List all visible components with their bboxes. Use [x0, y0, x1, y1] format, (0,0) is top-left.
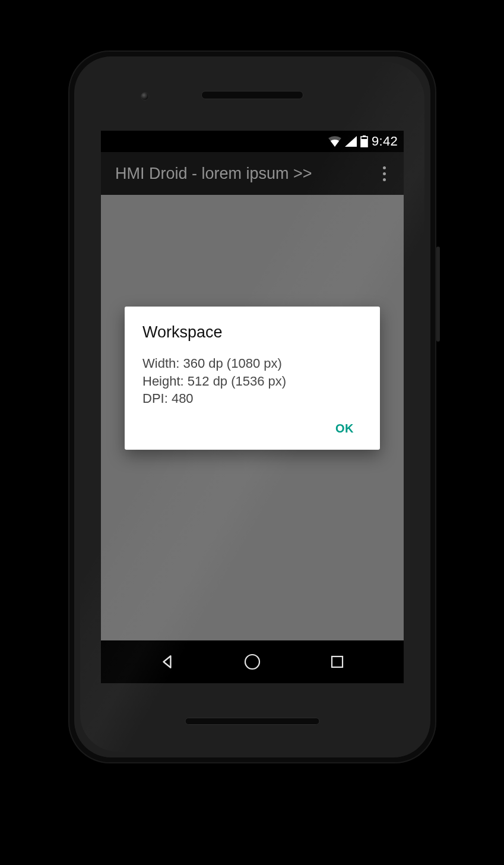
app-title: HMI Droid - lorem ipsum >>: [115, 165, 312, 183]
front-camera: [141, 92, 149, 100]
cell-signal-icon: [345, 136, 357, 147]
svg-point-3: [245, 655, 259, 669]
workspace-dialog: Workspace Width: 360 dp (1080 px) Height…: [125, 307, 380, 450]
back-button[interactable]: [157, 652, 177, 672]
dialog-title: Workspace: [142, 323, 362, 342]
dialog-actions: OK: [142, 416, 362, 441]
status-time: 9:42: [372, 134, 398, 149]
ok-button[interactable]: OK: [327, 416, 362, 441]
dialog-body: Width: 360 dp (1080 px) Height: 512 dp (…: [142, 355, 362, 408]
recents-button[interactable]: [327, 652, 347, 672]
phone-inner: 9:42 HMI Droid - lorem ipsum >> Workspac…: [74, 56, 430, 757]
action-bar: HMI Droid - lorem ipsum >>: [101, 152, 404, 195]
dialog-height-line: Height: 512 dp (1536 px): [142, 372, 362, 390]
wifi-icon: [328, 136, 341, 147]
svg-rect-4: [332, 656, 343, 667]
content-area: Workspace Width: 360 dp (1080 px) Height…: [101, 195, 404, 640]
overflow-menu-icon[interactable]: [379, 163, 389, 185]
battery-icon: [360, 135, 368, 147]
earpiece: [201, 91, 303, 99]
dialog-width-line: Width: 360 dp (1080 px): [142, 355, 362, 372]
navigation-bar: [101, 640, 404, 683]
phone-frame: 9:42 HMI Droid - lorem ipsum >> Workspac…: [68, 50, 436, 763]
status-bar: 9:42: [101, 131, 404, 152]
dialog-dpi-line: DPI: 480: [142, 390, 362, 408]
side-button: [436, 247, 440, 342]
bottom-speaker: [185, 718, 320, 725]
svg-rect-2: [361, 139, 367, 147]
screen: 9:42 HMI Droid - lorem ipsum >> Workspac…: [101, 131, 404, 683]
home-button[interactable]: [242, 652, 262, 672]
